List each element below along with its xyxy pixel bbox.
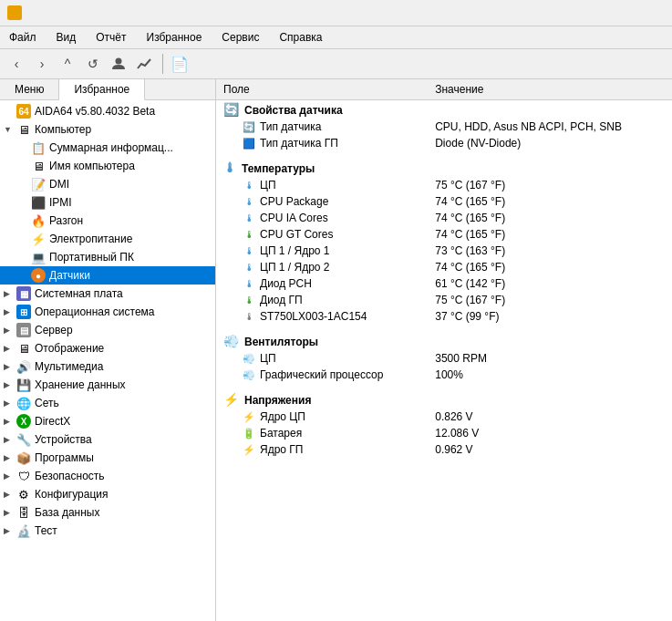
value-cell: Diode (NV-Diode) xyxy=(428,135,672,151)
tree-item-devices[interactable]: ▶🔧Устройства xyxy=(0,430,215,449)
tree-item-label: Хранение данных xyxy=(35,378,126,391)
tree-item-test[interactable]: ▶🔬Тест xyxy=(0,522,215,540)
row-icon: 🔋 xyxy=(242,429,256,440)
row-icon: 🌡 xyxy=(242,245,256,256)
field-label: Диод PCH xyxy=(260,277,312,290)
tree-item-os[interactable]: ▶⊞Операционная система xyxy=(0,303,215,321)
data-row: 🌡CPU GT Cores74 °C (165 °F) xyxy=(216,226,672,243)
back-button[interactable]: ‹ xyxy=(5,53,27,75)
tree-item-motherboard[interactable]: ▶▦Системная плата xyxy=(0,285,215,303)
tree-item-sensors[interactable]: ●Датчики xyxy=(0,266,215,285)
tree-toggle[interactable]: ▶ xyxy=(4,289,16,298)
menu-item-справка[interactable]: Справка xyxy=(275,29,326,46)
field-label: ЦП 1 / Ядро 2 xyxy=(260,261,330,274)
spacer-row xyxy=(216,325,672,332)
tab-menu[interactable]: Меню xyxy=(0,79,59,99)
tree-item-icon-board: ▦ xyxy=(16,286,31,301)
section-icon: 💨 xyxy=(223,334,239,348)
tree-item-icon-server: ▤ xyxy=(16,323,31,337)
tree-toggle[interactable]: ▶ xyxy=(4,417,16,426)
tree-item-icon-computer: 🖥 xyxy=(16,122,31,137)
field-cell: 🔋Батарея xyxy=(216,425,428,441)
tree-item-server[interactable]: ▶▤Сервер xyxy=(0,321,215,339)
row-icon: 🌡 xyxy=(242,196,256,207)
tree-toggle[interactable]: ▶ xyxy=(4,326,16,335)
tree-item-directx[interactable]: ▶XDirectX xyxy=(0,412,215,430)
row-icon: 🌡 xyxy=(242,229,256,240)
tree-item-power[interactable]: ⚡Электропитание xyxy=(0,230,215,248)
menu-item-сервис[interactable]: Сервис xyxy=(218,29,263,46)
tree-toggle[interactable]: ▶ xyxy=(4,453,16,462)
field-cell: 💨Графический процессор xyxy=(216,367,428,383)
tree-toggle[interactable]: ▶ xyxy=(4,435,16,444)
tree-toggle[interactable]: ▶ xyxy=(4,398,16,408)
tree-item-ipmi[interactable]: ⬛IPMI xyxy=(0,193,215,212)
value-cell: 100% xyxy=(428,367,672,383)
field-label: Ядро ЦП xyxy=(260,410,305,423)
tree-toggle[interactable]: ▶ xyxy=(4,490,16,499)
tree-item-computer[interactable]: ▼🖥Компьютер xyxy=(0,120,215,139)
tree-item-icon-test: 🔬 xyxy=(16,523,31,538)
tree-toggle[interactable]: ▶ xyxy=(4,362,16,371)
row-icon: 🌡 xyxy=(242,311,256,322)
tree-item-multimedia[interactable]: ▶🔊Мультимедиа xyxy=(0,357,215,376)
tree-item-label: Тест xyxy=(35,524,57,537)
row-icon: 💨 xyxy=(242,354,256,365)
tree-toggle[interactable]: ▶ xyxy=(4,307,16,316)
tree-item-display[interactable]: ▶🖥Отображение xyxy=(0,339,215,357)
tree-item-label: Мультимедиа xyxy=(35,360,103,373)
tree-toggle[interactable]: ▶ xyxy=(4,526,16,535)
tab-favorites[interactable]: Избранное xyxy=(59,79,145,100)
value-cell: 74 °C (165 °F) xyxy=(428,193,672,210)
field-cell: 💨ЦП xyxy=(216,350,428,367)
field-label: CPU Package xyxy=(260,195,328,208)
row-icon: ⚡ xyxy=(242,445,256,456)
tree-toggle[interactable]: ▶ xyxy=(4,471,16,481)
row-icon: 🟦 xyxy=(242,139,256,150)
tree-item-label: Отображение xyxy=(35,342,104,355)
tree-item-label: Системная плата xyxy=(35,287,123,300)
row-icon: 🌡 xyxy=(242,295,256,305)
tree-item-config[interactable]: ▶⚙Конфигурация xyxy=(0,485,215,503)
tree-item-icon-multimedia: 🔊 xyxy=(16,359,31,374)
field-label: Тип датчика xyxy=(260,120,321,133)
section-header: 🔄Свойства датчика xyxy=(216,100,672,119)
tree-item-icon-aida: 64 xyxy=(16,104,31,119)
field-label: ЦП 1 / Ядро 1 xyxy=(260,244,330,257)
tree-item-hostname[interactable]: 🖥Имя компьютера xyxy=(0,157,215,175)
section-label: Свойства датчика xyxy=(244,104,343,117)
refresh-button[interactable]: ↺ xyxy=(82,53,104,75)
menu-item-вид[interactable]: Вид xyxy=(53,29,80,46)
tree-item-notebook[interactable]: 💻Портативный ПК xyxy=(0,248,215,266)
data-row: 🌡ЦП 1 / Ядро 173 °C (163 °F) xyxy=(216,243,672,259)
section-icon: 🌡 xyxy=(223,160,236,175)
tree-item-overclock[interactable]: 🔥Разгон xyxy=(0,212,215,230)
tree-item-security[interactable]: ▶🛡Безопасность xyxy=(0,467,215,485)
menu-item-отчёт[interactable]: Отчёт xyxy=(92,29,129,46)
tree-item-network[interactable]: ▶🌐Сеть xyxy=(0,394,215,412)
field-label: CPU GT Cores xyxy=(260,228,333,241)
value-cell: 75 °C (167 °F) xyxy=(428,177,672,193)
tree-item-summary[interactable]: 📋Суммарная информац... xyxy=(0,139,215,157)
tree-item-label: Компьютер xyxy=(35,123,91,136)
tree-item-storage[interactable]: ▶💾Хранение данных xyxy=(0,376,215,394)
tree-item-software[interactable]: ▶📦Программы xyxy=(0,449,215,467)
forward-button[interactable]: › xyxy=(31,53,53,75)
tree-item-aida64[interactable]: 64AIDA64 v5.80.4032 Beta xyxy=(0,102,215,120)
tree-toggle[interactable]: ▶ xyxy=(4,344,16,353)
user-button[interactable] xyxy=(108,53,129,75)
tree-toggle[interactable]: ▼ xyxy=(4,125,16,134)
up-button[interactable]: ^ xyxy=(57,53,78,75)
row-icon: ⚡ xyxy=(242,412,256,423)
tree-item-dmi[interactable]: 📝DMI xyxy=(0,175,215,193)
spacer-row xyxy=(216,151,672,159)
tree-toggle[interactable]: ▶ xyxy=(4,380,16,389)
tree-item-database[interactable]: ▶🗄База данных xyxy=(0,503,215,522)
data-row: 🔄Тип датчикаCPU, HDD, Asus NB ACPI, PCH,… xyxy=(216,119,672,135)
tree-toggle[interactable]: ▶ xyxy=(4,508,16,517)
menu-item-избранное[interactable]: Избранное xyxy=(143,29,206,46)
spacer-row xyxy=(216,383,672,390)
chart-button[interactable] xyxy=(133,53,155,75)
menu-item-файл[interactable]: Файл xyxy=(5,29,40,46)
row-icon: 🔄 xyxy=(242,122,256,133)
